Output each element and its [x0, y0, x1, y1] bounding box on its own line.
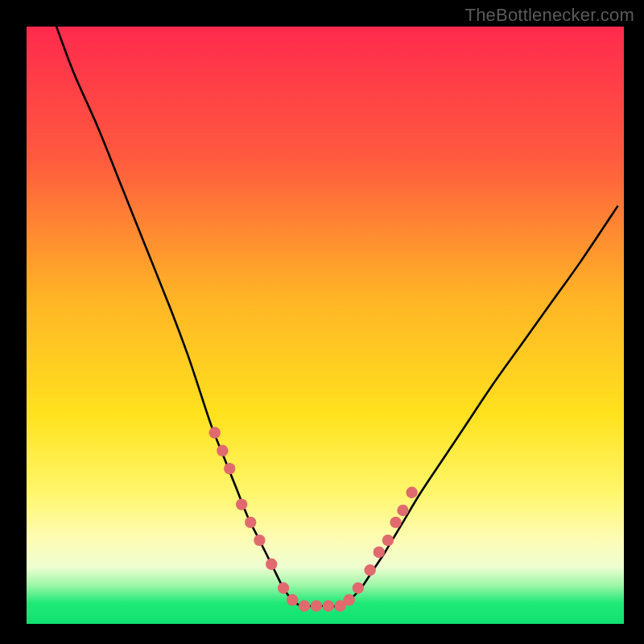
plot-area [27, 27, 624, 624]
curve-marker [209, 427, 221, 438]
curve-marker [353, 582, 364, 593]
curve-marker [236, 498, 247, 510]
curve-marker [217, 445, 228, 456]
curve-marker [245, 517, 256, 528]
curve-marker [299, 601, 310, 612]
curve-marker [278, 582, 289, 593]
curve-marker [382, 535, 394, 546]
curve-marker [266, 559, 277, 570]
curve-marker [364, 564, 375, 576]
curve-marker [343, 594, 354, 605]
curve-marker [397, 505, 408, 516]
curve-marker [374, 547, 385, 558]
bottleneck-chart [27, 27, 624, 624]
watermark-text: TheBottlenecker.com [465, 5, 634, 26]
curve-marker [390, 517, 401, 528]
curve-marker [287, 594, 298, 605]
curve-marker [323, 601, 334, 612]
chart-frame: TheBottlenecker.com [0, 0, 644, 644]
curve-marker [254, 535, 265, 546]
curve-marker [224, 463, 235, 474]
curve-marker [311, 601, 322, 612]
curve-marker [406, 487, 417, 498]
